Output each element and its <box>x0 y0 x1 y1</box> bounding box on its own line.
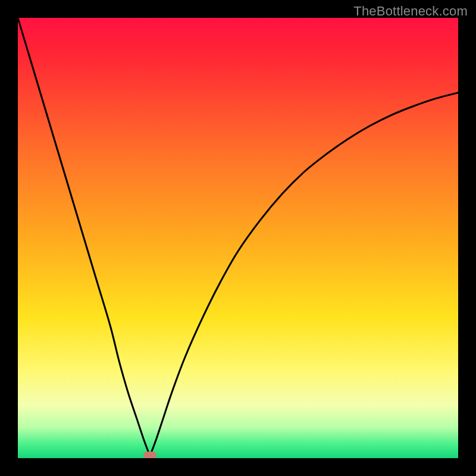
bottleneck-curve <box>18 18 458 455</box>
optimal-point-marker <box>143 452 156 458</box>
watermark-text: TheBottleneck.com <box>353 4 468 19</box>
curve-layer <box>18 18 458 458</box>
chart-frame: TheBottleneck.com <box>0 0 476 476</box>
plot-area <box>18 18 458 458</box>
